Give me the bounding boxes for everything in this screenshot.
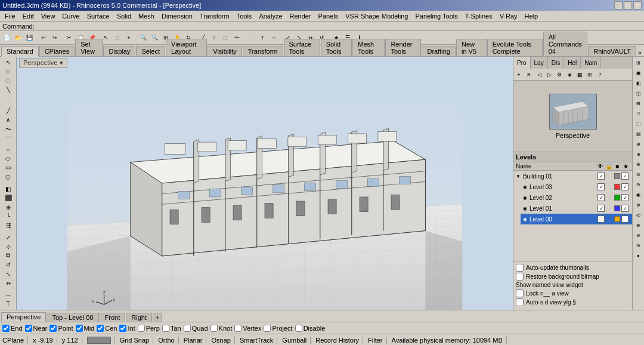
menu-panels[interactable]: Panels: [315, 12, 342, 20]
lt-arc[interactable]: ⌒: [2, 135, 15, 144]
tab-standard[interactable]: Standard: [1, 46, 39, 57]
snap-near-checkbox[interactable]: [25, 325, 32, 332]
frt-btn-8[interactable]: ▤: [634, 129, 643, 138]
snap-vertex-checkbox[interactable]: [234, 325, 242, 332]
tab-rhinovault[interactable]: RhinoVAULT: [588, 46, 636, 56]
tab-cplanes[interactable]: CPlanes: [39, 46, 75, 56]
frt-btn-4[interactable]: ◫: [634, 88, 643, 98]
status-gumball[interactable]: Gumball: [282, 337, 311, 344]
frt-btn-19[interactable]: ⊙: [634, 241, 643, 250]
frt-btn-7[interactable]: ⬚: [634, 119, 643, 128]
menu-analyze[interactable]: Analyze: [255, 12, 286, 20]
frt-btn-13[interactable]: ⊝: [634, 180, 643, 189]
autos-checkbox[interactable]: [516, 298, 524, 306]
lt-ellipse[interactable]: ⬭: [2, 154, 15, 162]
status-osnap[interactable]: Osnap: [211, 337, 234, 344]
lt-text-tool[interactable]: T: [2, 300, 15, 309]
layer-vis[interactable]: ✓: [597, 172, 605, 180]
viewport-label[interactable]: Perspective ▾: [19, 58, 67, 68]
tab-evolute[interactable]: Evolute Tools Complete: [487, 39, 543, 56]
tab-surfacetools[interactable]: Surface Tools: [284, 39, 320, 56]
tb-zoom-in[interactable]: 🔍: [138, 32, 148, 43]
snap-disable[interactable]: Disable: [295, 325, 326, 332]
frt-btn-16[interactable]: ◎: [634, 210, 643, 220]
snap-end[interactable]: End: [2, 325, 23, 332]
layer-vis[interactable]: ✓: [597, 194, 605, 201]
frt-btn-5[interactable]: ⊟: [634, 98, 643, 108]
vp-tab-perspective[interactable]: Perspective: [1, 312, 46, 322]
layer-level01[interactable]: ◉ Level 01 ✓ ✓: [521, 203, 632, 214]
lt-point[interactable]: ·: [2, 97, 15, 106]
menu-file[interactable]: File: [1, 12, 19, 20]
rp-tab-dis[interactable]: Dis: [548, 57, 564, 69]
snap-tan-checkbox[interactable]: [162, 325, 169, 332]
rp-tab-hel[interactable]: Hel: [564, 57, 581, 69]
lt-select[interactable]: ↖: [2, 58, 15, 66]
tb-dim[interactable]: ↔: [268, 32, 279, 43]
lt-rotate-tool[interactable]: ↺: [2, 261, 15, 269]
snap-knot[interactable]: Knot: [210, 325, 233, 332]
menu-help[interactable]: Help: [521, 12, 542, 20]
rp-delete[interactable]: ✕: [524, 70, 534, 79]
layer-color[interactable]: [614, 216, 620, 222]
layer-lock[interactable]: [606, 205, 613, 212]
frt-btn-18[interactable]: ⊘: [634, 230, 643, 240]
layer-lock[interactable]: [606, 183, 613, 190]
maximize-button[interactable]: □: [624, 1, 632, 10]
menu-render[interactable]: Render: [286, 12, 315, 20]
tb-circle[interactable]: ○: [209, 32, 219, 43]
vp-tab-right[interactable]: Right: [126, 313, 152, 322]
tab-display[interactable]: Display: [103, 46, 135, 56]
menu-vsr[interactable]: VSR Shape Modeling: [342, 12, 411, 20]
rp-props[interactable]: ⚙: [555, 70, 564, 79]
layer-color[interactable]: [614, 184, 620, 190]
menu-vray[interactable]: V-Ray: [496, 12, 521, 20]
status-ortho[interactable]: Ortho: [158, 337, 179, 344]
frt-btn-12[interactable]: ⊜: [634, 170, 643, 179]
frt-btn-1[interactable]: ⊞: [634, 58, 643, 67]
frt-btn-6[interactable]: □: [634, 109, 643, 118]
restorebg-checkbox[interactable]: [516, 273, 524, 281]
lt-extrude[interactable]: ⬛: [2, 194, 15, 202]
status-gridsnap[interactable]: Grid Snap: [120, 337, 154, 344]
snap-quad-checkbox[interactable]: [184, 325, 191, 332]
lt-surface[interactable]: ◧: [2, 184, 15, 193]
tb-redo[interactable]: ↪: [49, 32, 60, 43]
tb-zoom-out[interactable]: 🔍: [149, 32, 160, 43]
layer-building01[interactable]: ▼ Building 01 ✓ ✓: [513, 171, 632, 181]
snap-mid[interactable]: Mid: [76, 325, 95, 332]
layer-render[interactable]: ✓: [621, 215, 628, 223]
layer-lock[interactable]: [606, 194, 613, 201]
rp-tab-pro[interactable]: Pro: [513, 57, 531, 69]
vp-tab-add[interactable]: +: [153, 313, 162, 322]
layer-render[interactable]: ✓: [621, 183, 628, 190]
layer-lock[interactable]: [606, 215, 613, 223]
rp-help[interactable]: ?: [595, 70, 605, 79]
close-button[interactable]: ×: [633, 1, 642, 10]
snap-project[interactable]: Project: [264, 325, 292, 332]
layer-render[interactable]: ✓: [621, 172, 628, 180]
layer-lock[interactable]: [606, 172, 613, 180]
lt-polygon[interactable]: ⬡: [2, 172, 15, 181]
frt-btn-9[interactable]: ⊕: [634, 139, 643, 149]
tb-rect[interactable]: □: [220, 32, 231, 43]
lt-dim[interactable]: ↔: [2, 291, 15, 299]
menu-tools[interactable]: Tools: [233, 12, 256, 20]
lt-deselect[interactable]: ╲: [2, 85, 15, 94]
status-filter[interactable]: Filter: [368, 337, 386, 344]
frt-btn-2[interactable]: ▣: [634, 68, 643, 78]
frt-btn-14[interactable]: ◉: [634, 190, 643, 199]
rp-tab-lay[interactable]: Lay: [531, 57, 548, 69]
layer-vis[interactable]: ✓: [597, 205, 605, 212]
rp-select-all[interactable]: ◈: [565, 70, 574, 79]
layer-color[interactable]: [614, 173, 620, 179]
vp-tab-top[interactable]: Top - Level 00: [47, 313, 98, 322]
snap-disable-checkbox[interactable]: [295, 325, 302, 332]
tb-new[interactable]: 📄: [1, 32, 12, 43]
snap-perp-checkbox[interactable]: [138, 325, 145, 332]
rp-expand[interactable]: ⊞: [585, 70, 595, 79]
snap-vertex[interactable]: Vertex: [234, 325, 261, 332]
snap-end-checkbox[interactable]: [2, 325, 10, 332]
layer-vis[interactable]: ✓: [597, 183, 605, 190]
status-planar[interactable]: Planar: [184, 337, 207, 344]
